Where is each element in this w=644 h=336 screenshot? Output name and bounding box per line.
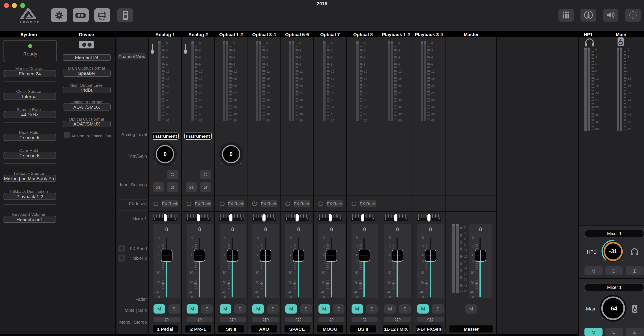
system-field-value[interactable]: Headphone1 xyxy=(4,216,56,223)
fader-cap[interactable] xyxy=(194,249,205,261)
fader[interactable]: 06303102040∞ xyxy=(417,224,444,298)
fader[interactable]: 06303102040∞ xyxy=(286,224,312,298)
talkback-button[interactable] xyxy=(580,8,596,21)
system-field-value[interactable]: 44.1kHz xyxy=(4,111,56,118)
device-field-value[interactable]: Speaker xyxy=(63,70,111,76)
mute-button[interactable]: M xyxy=(186,304,198,314)
pan-handle[interactable] xyxy=(296,214,298,221)
fx-send-toggle[interactable] xyxy=(118,245,125,252)
solo-button[interactable]: S xyxy=(432,304,444,314)
device-field-value[interactable]: +4dBu xyxy=(63,87,111,93)
io-routing-view-button[interactable] xyxy=(94,8,110,22)
group-button[interactable]: G xyxy=(200,170,211,179)
fader[interactable]: 06303102040∞ xyxy=(154,224,180,298)
mute-button[interactable]: M xyxy=(220,304,231,314)
main-dim-button[interactable]: D xyxy=(605,328,623,336)
stereo-icon[interactable] xyxy=(417,317,444,322)
soft-limit-button[interactable]: SL xyxy=(153,182,164,192)
analog-level-button[interactable]: Instrument xyxy=(152,133,179,139)
fader[interactable]: 06303102040∞ xyxy=(469,224,492,298)
fx-power-icon[interactable] xyxy=(153,200,159,206)
fx-rack-button[interactable]: FX Rack xyxy=(162,200,178,207)
mute-button[interactable]: M xyxy=(351,304,363,314)
mute-button[interactable]: M xyxy=(384,304,396,314)
hp1-mixer-select[interactable]: Mixer 1 xyxy=(585,230,644,237)
channel-name[interactable]: SPACE xyxy=(284,326,310,333)
fader[interactable]: 06303102040∞ xyxy=(220,224,246,298)
mute-button[interactable]: M xyxy=(466,304,477,314)
fader-cap[interactable] xyxy=(474,249,486,261)
pan-handle[interactable] xyxy=(196,214,200,221)
mono-icon[interactable] xyxy=(318,317,345,322)
hp1-volume-knob[interactable]: -31 xyxy=(599,237,627,266)
settings-button[interactable] xyxy=(51,8,67,22)
soft-limit-button[interactable]: SL xyxy=(186,182,197,192)
mute-button[interactable]: M xyxy=(417,304,429,314)
fader-cap[interactable] xyxy=(358,249,370,261)
mono-icon[interactable] xyxy=(186,317,213,322)
pan-handle[interactable] xyxy=(362,214,364,221)
phase-button[interactable]: Ø xyxy=(167,182,178,192)
fx-power-icon[interactable] xyxy=(252,200,258,206)
hp1-dim-button[interactable]: D xyxy=(605,266,623,275)
fader-cap[interactable] xyxy=(227,249,238,261)
mute-button[interactable]: M xyxy=(154,304,165,314)
mono-icon[interactable] xyxy=(351,317,378,322)
hp1-mute-button[interactable]: M xyxy=(584,266,602,275)
solo-button[interactable]: S xyxy=(267,304,279,314)
stereo-icon[interactable] xyxy=(252,317,279,322)
channel-view-button[interactable]: Channel View xyxy=(118,53,146,59)
group-button[interactable]: G xyxy=(167,170,178,179)
device-model-button[interactable]: Element 24 xyxy=(63,54,111,61)
analog-in-optical-out-checkbox[interactable] xyxy=(64,132,70,138)
fx-rack-button[interactable]: FX Rack xyxy=(195,200,211,207)
main-volume-knob[interactable]: -64 xyxy=(597,292,629,324)
fader-cap[interactable] xyxy=(326,249,337,261)
fx-rack-button[interactable]: FX Rack xyxy=(261,200,277,207)
mute-button[interactable]: M xyxy=(286,304,297,314)
solo-button[interactable]: S xyxy=(333,304,345,314)
system-field-value[interactable]: Микрофон MacBook Pro xyxy=(4,175,56,182)
solo-button[interactable]: S xyxy=(168,304,180,314)
main-mute-button[interactable]: M xyxy=(584,328,602,336)
fader-cap[interactable] xyxy=(161,249,172,261)
pan-handle[interactable] xyxy=(328,214,332,221)
traffic-light-minimize[interactable] xyxy=(12,3,17,8)
solo-button[interactable]: S xyxy=(201,304,213,314)
main-mixer-select[interactable]: Mixer 1 xyxy=(585,283,644,291)
meters-view-button[interactable] xyxy=(72,8,88,22)
speaker-mute-button[interactable] xyxy=(603,8,618,21)
traffic-light-close[interactable] xyxy=(4,3,8,8)
pan-handle[interactable] xyxy=(428,214,430,221)
fx-rack-button[interactable]: FX Rack xyxy=(294,200,310,207)
mute-button[interactable]: M xyxy=(318,304,330,314)
trim-knob[interactable]: 0 xyxy=(152,141,178,167)
analog-level-button[interactable]: Instrument xyxy=(184,133,212,139)
solo-button[interactable]: S xyxy=(234,304,246,314)
channel-name[interactable]: 13-14 FXSend xyxy=(416,326,442,333)
fader-cap[interactable] xyxy=(293,249,304,261)
stereo-icon[interactable] xyxy=(220,317,246,322)
stereo-icon[interactable] xyxy=(384,317,411,322)
solo-button[interactable]: S xyxy=(366,304,378,314)
channel-name[interactable]: 11-12 / MIX xyxy=(383,326,409,333)
system-field-value[interactable]: Internal xyxy=(4,93,56,100)
mute-button[interactable]: M xyxy=(252,304,264,314)
fader[interactable]: 06303102040∞ xyxy=(186,224,213,298)
channel-name[interactable]: SN II xyxy=(218,326,244,333)
pan-handle[interactable] xyxy=(262,214,266,221)
pan-handle[interactable] xyxy=(230,214,233,221)
device-selector-icon[interactable] xyxy=(79,41,94,48)
fader-cap[interactable] xyxy=(260,249,271,261)
fader-cap[interactable] xyxy=(424,249,436,261)
fader-cap[interactable] xyxy=(392,249,403,261)
fx-power-icon[interactable] xyxy=(219,200,225,206)
system-field-value[interactable]: 2 seconds xyxy=(4,134,56,141)
device-field-value[interactable]: ADAT/SMUX xyxy=(63,104,111,110)
fx-power-icon[interactable] xyxy=(351,200,357,206)
fx-power-icon[interactable] xyxy=(186,200,192,206)
fx-rack-button[interactable]: FX Rack xyxy=(327,200,343,207)
fx-rack-button[interactable]: FX Rack xyxy=(228,200,244,207)
channel-name[interactable]: MOOG xyxy=(317,326,343,333)
system-field-value[interactable]: Playback 1-2 xyxy=(4,193,56,200)
